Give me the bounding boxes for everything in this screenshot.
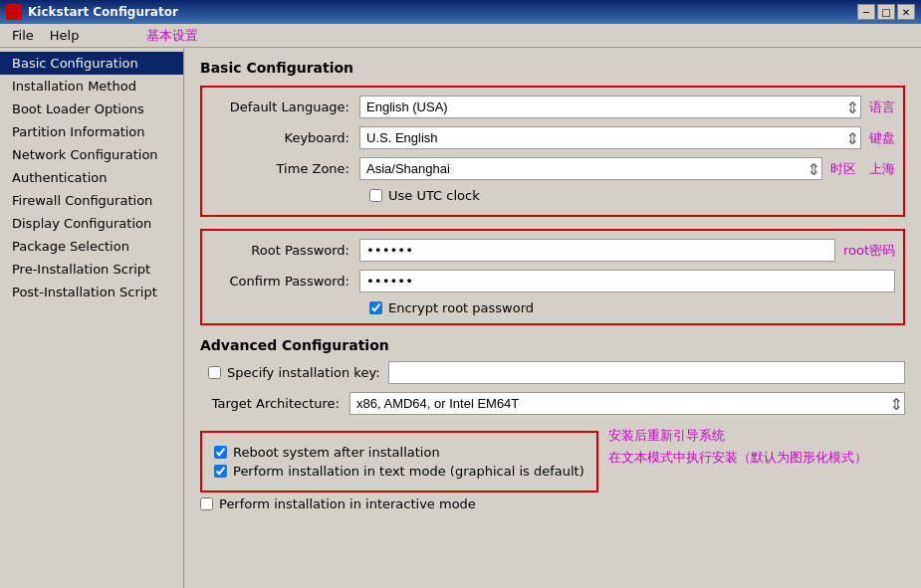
keyboard-control: U.S. English U.S. International Chinese … (359, 126, 861, 149)
sidebar-item-firewall-configuration[interactable]: Firewall Configuration (0, 189, 183, 212)
reboot-annotation: 安装后重新引导系统 (608, 427, 867, 445)
menu-bar: File Help 基本设置 (0, 24, 921, 48)
language-annotation: 语言 (869, 98, 895, 116)
reboot-box: Reboot system after installation Perform… (200, 431, 598, 492)
timezone-control: Asia/Shanghai America/New_York Europe/Lo… (359, 157, 822, 180)
text-mode-checkbox[interactable] (214, 465, 227, 478)
root-password-control (359, 239, 835, 262)
app-icon (6, 4, 22, 20)
close-button[interactable]: ✕ (897, 4, 915, 20)
keyboard-row: Keyboard: U.S. English U.S. Internationa… (210, 126, 895, 149)
target-arch-label: Target Architecture: (200, 396, 349, 411)
sidebar-item-pre-installation-script[interactable]: Pre-Installation Script (0, 258, 183, 281)
confirm-password-row: Confirm Password: (210, 270, 895, 293)
text-mode-label: Perform installation in text mode (graph… (233, 464, 584, 479)
sidebar-item-post-installation-script[interactable]: Post-Installation Script (0, 281, 183, 303)
encrypt-row: Encrypt root password (369, 300, 895, 315)
text-mode-annotation: 在文本模式中执行安装（默认为图形化模式） (608, 449, 867, 467)
reboot-checkbox[interactable] (214, 446, 227, 459)
interactive-mode-label: Perform installation in interactive mode (219, 496, 476, 511)
basic-config-box: Default Language: English (USA) Chinese … (200, 86, 905, 217)
sidebar-item-authentication[interactable]: Authentication (0, 166, 183, 189)
confirm-password-control (359, 270, 895, 293)
window-controls: ─ □ ✕ (857, 4, 915, 20)
target-arch-control: x86, AMD64, or Intel EM64T x86 only AMD6… (349, 392, 905, 415)
interactive-mode-checkbox[interactable] (200, 497, 213, 510)
sidebar-item-boot-loader-options[interactable]: Boot Loader Options (0, 98, 183, 120)
confirm-password-label: Confirm Password: (210, 274, 359, 289)
menu-help[interactable]: Help (42, 26, 88, 45)
timezone-annotation: 时区 上海 (830, 160, 895, 178)
sidebar-item-network-configuration[interactable]: Network Configuration (0, 143, 183, 166)
window-title: Kickstart Configurator (28, 5, 178, 19)
title-bar: Kickstart Configurator ─ □ ✕ (0, 0, 921, 24)
timezone-row: Time Zone: Asia/Shanghai America/New_Yor… (210, 157, 895, 180)
install-key-input[interactable] (388, 361, 905, 384)
reboot-label: Reboot system after installation (233, 445, 440, 460)
language-row: Default Language: English (USA) Chinese … (210, 96, 895, 118)
sidebar-item-display-configuration[interactable]: Display Configuration (0, 212, 183, 235)
main-section-title: Basic Configuration (200, 60, 905, 76)
text-mode-row: Perform installation in text mode (graph… (214, 464, 584, 479)
root-password-input[interactable] (359, 239, 835, 262)
sidebar-item-basic-configuration[interactable]: Basic Configuration (0, 52, 183, 75)
target-arch-row: Target Architecture: x86, AMD64, or Inte… (200, 392, 905, 415)
utc-checkbox[interactable] (369, 189, 382, 202)
root-password-row: Root Password: root密码 (210, 239, 895, 262)
install-key-row: Specify installation key: (200, 361, 905, 384)
adv-section-title: Advanced Configuration (200, 337, 905, 353)
basic-settings-annotation: 基本设置 (146, 27, 198, 45)
encrypt-checkbox[interactable] (369, 301, 382, 314)
keyboard-label: Keyboard: (210, 130, 359, 145)
menu-file[interactable]: File (4, 26, 42, 45)
sidebar: Basic Configuration Installation Method … (0, 48, 184, 588)
keyboard-annotation: 键盘 (869, 129, 895, 147)
target-arch-select[interactable]: x86, AMD64, or Intel EM64T x86 only AMD6… (349, 392, 905, 415)
content-area: Basic Configuration Default Language: En… (184, 48, 921, 588)
sidebar-item-installation-method[interactable]: Installation Method (0, 75, 183, 98)
minimize-button[interactable]: ─ (857, 4, 875, 20)
password-box: Root Password: root密码 Confirm Password: … (200, 229, 905, 325)
sidebar-item-package-selection[interactable]: Package Selection (0, 235, 183, 258)
reboot-row: Reboot system after installation (214, 445, 584, 460)
install-key-checkbox[interactable] (208, 366, 221, 379)
root-password-label: Root Password: (210, 243, 359, 258)
root-password-annotation: root密码 (843, 242, 895, 260)
maximize-button[interactable]: □ (877, 4, 895, 20)
encrypt-label: Encrypt root password (388, 300, 534, 315)
language-label: Default Language: (210, 99, 359, 114)
sidebar-item-partition-information[interactable]: Partition Information (0, 120, 183, 143)
utc-row: Use UTC clock (369, 188, 895, 203)
language-control: English (USA) Chinese (Simplified) Frenc… (359, 96, 861, 118)
timezone-select[interactable]: Asia/Shanghai America/New_York Europe/Lo… (359, 157, 822, 180)
install-key-label: Specify installation key: (227, 365, 380, 380)
interactive-mode-row: Perform installation in interactive mode (200, 496, 905, 511)
keyboard-select[interactable]: U.S. English U.S. International Chinese (359, 126, 861, 149)
timezone-label: Time Zone: (210, 161, 359, 176)
utc-label: Use UTC clock (388, 188, 480, 203)
main-layout: Basic Configuration Installation Method … (0, 48, 921, 588)
confirm-password-input[interactable] (359, 270, 895, 293)
language-select[interactable]: English (USA) Chinese (Simplified) Frenc… (359, 96, 861, 118)
